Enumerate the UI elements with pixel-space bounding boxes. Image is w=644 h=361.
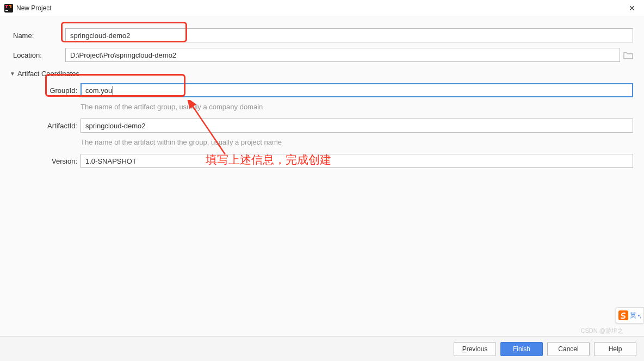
help-button[interactable]: Help [594, 342, 636, 356]
chevron-down-icon[interactable]: ▼ [10, 71, 15, 77]
groupid-input[interactable]: com.you [81, 83, 633, 97]
text-caret [113, 86, 113, 95]
name-row: Name: [11, 28, 633, 42]
ime-lang-label: 英 [630, 311, 636, 320]
artifactid-label: ArtifactId: [26, 122, 81, 130]
artifactid-hint: The name of the artifact within the grou… [81, 138, 633, 146]
location-input[interactable] [65, 48, 620, 62]
location-row: Location: [11, 48, 633, 62]
intellij-icon [4, 4, 13, 13]
content-area: Name: Location: ▼ Artifact Coordinates G… [0, 16, 644, 168]
close-icon[interactable]: ✕ [624, 2, 640, 15]
titlebar: New Project ✕ [0, 0, 644, 16]
button-bar: Previous Finish Cancel Help [0, 336, 644, 361]
section-title: Artifact Coordinates [17, 70, 79, 78]
artifactid-row: ArtifactId: [26, 119, 633, 133]
sogou-icon [618, 310, 628, 320]
window-title: New Project [16, 4, 624, 12]
artifact-section-header[interactable]: ▼ Artifact Coordinates [10, 70, 633, 78]
location-label: Location: [11, 51, 65, 59]
finish-button[interactable]: Finish [500, 342, 543, 356]
cancel-button[interactable]: Cancel [547, 342, 590, 356]
artifactid-input[interactable] [81, 119, 633, 133]
groupid-row: GroupId: com.you [26, 83, 633, 97]
annotation-text: 填写上述信息，完成创建 [206, 152, 331, 167]
folder-icon[interactable] [623, 51, 633, 59]
svg-rect-1 [5, 10, 8, 11]
version-input[interactable] [81, 154, 633, 168]
ime-badge[interactable]: 英 •, [616, 307, 644, 323]
version-label: Version: [26, 157, 81, 165]
watermark: CSDN @游坦之 [581, 327, 623, 335]
previous-button[interactable]: Previous [454, 342, 496, 356]
ime-more-icon: •, [638, 313, 641, 319]
name-input[interactable] [65, 28, 633, 42]
groupid-label: GroupId: [26, 86, 81, 95]
groupid-hint: The name of the artifact group, usually … [81, 103, 633, 111]
name-label: Name: [11, 32, 65, 40]
